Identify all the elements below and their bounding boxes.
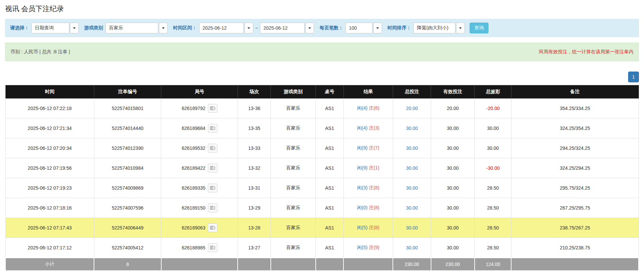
cell-payout: -30.00 [475,158,511,178]
date-from-dropdown-button[interactable] [244,23,253,33]
result-player: 闲(0) [357,205,367,210]
round-id-text: 626189532 [182,145,206,151]
col-header-total-bet: 总投注 [393,85,431,99]
table-row-highlighted[interactable]: 2025-06-12 07:17:43522574006449626189063… [5,218,639,238]
round-id-text: 626189335 [182,185,206,191]
col-header-time: 时间 [5,85,94,99]
round-replay-button[interactable] [208,223,217,232]
cell-round-id: 626189063 [161,218,238,238]
col-header-session: 场次 [238,85,270,99]
table-row[interactable]: 2025-06-12 07:17:12522574005412626188985… [5,238,639,258]
cell-table-id: AS1 [316,99,343,118]
result-player: 闲(5) [357,245,367,250]
select-label: 请选择： [10,25,29,31]
bet-records-table: 时间 注单编号 局号 场次 游戏类别 桌号 结果 总投注 有效投注 总派彩 备注… [5,85,639,271]
caret-down-icon [73,27,76,29]
subtotal-valid-bet: 230.00 [431,258,475,271]
round-replay-button[interactable] [208,124,217,133]
cell-time: 2025-06-12 07:18:16 [5,198,94,218]
col-header-round-id: 局号 [161,85,238,99]
cell-time: 2025-06-12 07:22:18 [5,99,94,118]
total-bet-link[interactable]: 30.00 [406,185,418,191]
cell-game-type: 百家乐 [271,158,316,178]
page-button-1[interactable]: 1 [628,72,639,82]
cell-bet-id: 522574012390 [94,138,161,158]
cell-time: 2025-06-12 07:20:34 [5,138,94,158]
table-header-row: 时间 注单编号 局号 场次 游戏类别 桌号 结果 总投注 有效投注 总派彩 备注 [5,85,639,99]
cell-valid-bet: 20.00 [431,99,475,118]
total-bet-link[interactable]: 30.00 [406,145,418,151]
query-type-input[interactable] [31,23,69,33]
cell-table-id: AS1 [316,198,343,218]
cell-table-id: AS1 [316,238,343,258]
total-bet-link[interactable]: 30.00 [406,225,418,231]
cell-table-id: AS1 [316,158,343,178]
result-banker: 庄(1) [369,165,379,170]
cards-icon [210,225,215,230]
game-type-dropdown-button[interactable] [159,23,168,33]
cell-time: 2025-06-12 07:17:12 [5,238,94,258]
caret-down-icon [376,27,379,29]
round-replay-button[interactable] [208,184,217,192]
total-bet-link[interactable]: 20.00 [406,106,418,111]
table-row[interactable]: 2025-06-12 07:18:16522574007596626189150… [5,198,639,218]
table-row[interactable]: 2025-06-12 07:21:34522574014440626189684… [5,118,639,138]
cell-bet-id: 522574010984 [94,158,161,178]
date-to-combobox [260,23,314,33]
cell-valid-bet: 30.00 [431,198,475,218]
result-banker: 庄(7) [369,145,379,151]
cards-icon [210,245,215,250]
table-row[interactable]: 2025-06-12 07:19:56522574010984626189422… [5,158,639,178]
game-type-input[interactable] [105,23,158,33]
notice-text: 同局有效投注，统一计算在该局第一张注单内 [539,49,634,55]
round-replay-button[interactable] [208,144,217,153]
page-size-dropdown-button[interactable] [373,23,382,33]
sort-order-label: 时间排序： [387,25,411,31]
cell-game-type: 百家乐 [271,238,316,258]
payout-value: 30.00 [487,145,499,151]
cell-remark: 324.25/294.25 [511,158,639,178]
total-bet-link[interactable]: 30.00 [406,245,418,250]
result-player: 闲(3) [357,185,367,190]
query-type-dropdown-button[interactable] [70,23,79,33]
round-replay-button[interactable] [208,164,217,172]
total-bet-link[interactable]: 30.00 [406,165,418,171]
payout-value: 30.00 [487,126,499,131]
cell-round-id: 626189532 [161,138,238,158]
date-from-input[interactable] [199,23,244,33]
cell-time: 2025-06-12 07:19:23 [5,178,94,198]
cell-valid-bet: 30.00 [431,238,475,258]
sort-order-dropdown-button[interactable] [456,23,465,33]
total-bet-link[interactable]: 30.00 [406,126,418,131]
query-button[interactable]: 查询 [470,23,488,33]
round-replay-button[interactable] [208,243,217,252]
round-replay-button[interactable] [208,204,217,212]
cell-session: 13-27 [238,238,270,258]
cards-icon [210,166,215,170]
col-header-valid-bet: 有效投注 [431,85,475,99]
round-id-text: 626189150 [182,205,206,211]
date-to-dropdown-button[interactable] [305,23,314,33]
page-size-label: 每页笔数： [319,25,343,31]
page-size-input[interactable] [345,23,373,33]
result-banker: 庄(9) [369,245,379,250]
round-replay-button[interactable] [208,104,217,113]
payout-value: 28.50 [487,245,499,250]
table-row[interactable]: 2025-06-12 07:22:18522574015801626189792… [5,99,639,118]
cell-round-id: 626189335 [161,178,238,198]
cell-total-bet: 30.00 [393,178,431,198]
table-row[interactable]: 2025-06-12 07:19:23522574009869626189335… [5,178,639,198]
cell-valid-bet: 30.00 [431,178,475,198]
table-row[interactable]: 2025-06-12 07:20:34522574012390626189532… [5,138,639,158]
cell-round-id: 626188985 [161,238,238,258]
subtotal-payout: 124.00 [475,258,511,271]
cell-total-bet: 30.00 [393,238,431,258]
date-to-input[interactable] [260,23,305,33]
currency-summary-text: 币别 : 人民币 | 总共 :8 注单 | [10,49,70,55]
sort-order-input[interactable] [413,23,455,33]
total-bet-link[interactable]: 30.00 [406,205,418,211]
subtotal-count: 8 [94,258,161,271]
summary-bar: 币别 : 人民币 | 总共 :8 注单 | 同局有效投注，统一计算在该局第一张注… [5,43,639,61]
result-banker: 庄(6) [369,105,379,111]
round-id-text: 626189063 [182,225,206,231]
